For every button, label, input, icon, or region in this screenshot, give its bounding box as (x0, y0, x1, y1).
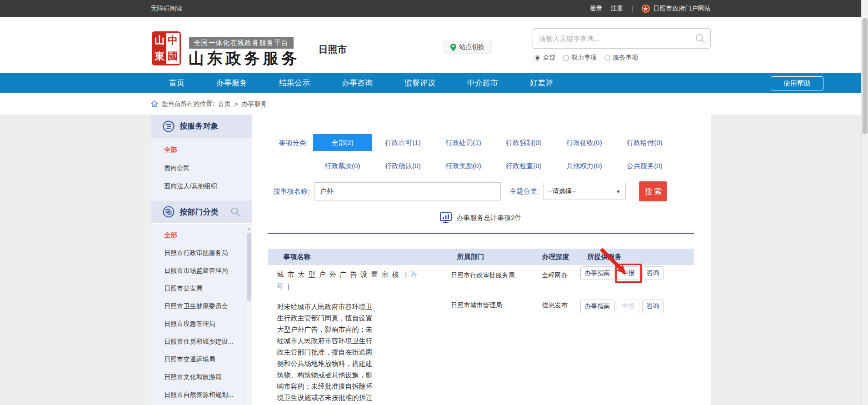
page-scrollbar[interactable] (861, 0, 868, 405)
nav-item-results[interactable]: 结果公示 (279, 78, 310, 88)
seal-char: 中 (166, 33, 180, 49)
breadcrumb-strip: 您当前所在的位置: 首页 > 办事服务 (0, 93, 861, 115)
item-name-label: 按事项名称: (274, 187, 314, 196)
category-pill[interactable]: 行政许可(1) (374, 134, 433, 151)
category-pill[interactable]: 行政检查(0) (494, 157, 554, 174)
item-name-input[interactable] (314, 182, 501, 200)
item-name-link[interactable]: 城市大型户外广告设置审核 (277, 270, 403, 278)
scope-label: 服务事项 (613, 54, 639, 62)
category-pill[interactable]: 公共服务(0) (615, 157, 674, 174)
sidebar-item-dept[interactable]: 日照市交通运输局 (151, 350, 252, 368)
item-name-link[interactable]: 对未经城市人民政府市容环境卫生行政主管部门同意，擅自设置大型户外广告，影响市容的… (277, 301, 376, 405)
breadcrumb: 您当前所在的位置: 首页 > 办事服务 (151, 93, 711, 115)
sidebar-section-title: 按部门分类 (180, 207, 219, 217)
nav-item-services[interactable]: 办事服务 (216, 78, 247, 88)
category-filter: 事项分类: 全部(2) 行政许可(1) 行政处罚(1) 行政强制(0) 行政征收… (268, 134, 694, 174)
service-target-icon (163, 120, 175, 132)
topic-select[interactable]: --请选择-- ▼ (544, 183, 626, 200)
category-pill[interactable]: 行政处罚(1) (434, 134, 493, 151)
category-pill[interactable]: 行政裁决(0) (313, 157, 372, 174)
consult-button[interactable]: 咨询 (642, 266, 664, 280)
table-header-services: 所提供服务 (580, 253, 694, 261)
category-filter-label: 事项分类: (279, 134, 313, 174)
login-link[interactable]: 登录 (590, 5, 603, 13)
page-scrollbar-thumb[interactable] (863, 18, 868, 134)
declare-button[interactable]: 申报 (618, 266, 639, 280)
category-pill-grid: 全部(2) 行政许可(1) 行政处罚(1) 行政强制(0) 行政征收(0) 行政… (313, 134, 674, 174)
nav-item-home[interactable]: 首页 (169, 78, 185, 88)
sidebar-item-dept[interactable]: 日照市应急管理局 (151, 315, 252, 333)
table-header-name: 事项名称 (268, 253, 449, 261)
scope-radio-all[interactable]: 全部 (534, 54, 556, 62)
guide-button[interactable]: 办事指南 (580, 300, 615, 313)
service-buttons: 办事指南 申报 咨询 (580, 297, 694, 405)
guide-button[interactable]: 办事指南 (580, 266, 615, 280)
site-switch-button[interactable]: 站点切换 (444, 41, 492, 54)
category-pill[interactable]: 其他权力(0) (555, 157, 614, 174)
department-list-scrollbar[interactable]: ▲ (247, 225, 252, 405)
sidebar-item-dept[interactable]: 日照市卫生健康委员会 (151, 297, 252, 315)
category-pill[interactable]: 行政强制(0) (494, 134, 554, 151)
chevron-down-icon: ▼ (616, 189, 621, 194)
topic-label: 主题分类: (510, 187, 544, 196)
shandong-seal-logo: 山 中 東 國 (152, 31, 181, 65)
annotated-declare-button-wrap: 申报 (618, 266, 639, 280)
nav-item-rating[interactable]: 好差评 (530, 78, 553, 88)
sidebar-item-citizens[interactable]: 面向公民 (151, 159, 252, 177)
search-scope-radios: 全部 权力事项 服务事项 (534, 54, 639, 62)
breadcrumb-separator: > (234, 100, 238, 108)
category-pill[interactable]: 行政征收(0) (555, 134, 614, 151)
sidebar-item-dept-all[interactable]: 全部 (151, 226, 252, 244)
register-link[interactable]: 注册 (611, 5, 624, 13)
sidebar-item-dept[interactable]: 日照市公安局 (151, 280, 252, 297)
platform-badge: 全国一体化在线政务服务平台 (189, 37, 294, 49)
sidebar-item-dept[interactable]: 日照市自然资源和规划... (151, 386, 252, 404)
sidebar-item-all-targets[interactable]: 全部 (151, 141, 252, 159)
seal-char: 山 (153, 33, 166, 49)
radio-icon (563, 55, 569, 61)
seal-char: 國 (166, 49, 180, 65)
accessibility-link[interactable]: 无障碍阅读 (151, 5, 183, 13)
home-icon (151, 100, 158, 107)
scroll-up-icon[interactable]: ▲ (247, 225, 252, 231)
breadcrumb-current[interactable]: 办事服务 (242, 100, 267, 108)
portal-link[interactable]: ★ 日照市政府门户网站 (642, 5, 711, 13)
nav-item-consult[interactable]: 办事咨询 (342, 78, 373, 88)
category-pill[interactable]: 行政给付(0) (615, 134, 674, 151)
search-button[interactable]: 搜索 (639, 181, 667, 201)
consult-button[interactable]: 咨询 (642, 300, 664, 313)
city-name: 日照市 (319, 43, 347, 56)
sidebar-item-dept[interactable]: 日照市文化和旅游局 (151, 368, 252, 386)
category-pill[interactable]: 行政确认(0) (374, 157, 433, 174)
nav-item-supervision[interactable]: 监督评议 (404, 78, 435, 88)
help-button[interactable]: 使用帮助 (771, 76, 823, 90)
sidebar-item-dept[interactable]: 日照市住房和城乡建设... (151, 333, 252, 350)
scope-radio-service[interactable]: 服务事项 (604, 54, 639, 62)
breadcrumb-home[interactable]: 首页 (218, 100, 230, 108)
content-panel: 按服务对象 全部 面向公民 面向法人/其他组织 按部门分类 (151, 115, 711, 405)
divider-rule (268, 233, 694, 234)
sidebar-item-dept[interactable]: 日照市行政审批服务局 (151, 244, 252, 262)
department-scrollbar-thumb[interactable] (247, 233, 251, 301)
seal-char: 東 (153, 49, 166, 65)
sidebar-item-dept[interactable]: 日照市市场监督管理局 (151, 262, 252, 280)
main-nav: 首页 办事服务 结果公示 办事咨询 监督评议 中介超市 好差评 使用帮助 (0, 73, 861, 93)
sidebar-section-title: 按服务对象 (180, 121, 219, 131)
scope-radio-power[interactable]: 权力事项 (563, 54, 597, 62)
national-emblem-icon: ★ (642, 5, 650, 13)
topic-selected-value: --请选择-- (549, 187, 576, 195)
item-department: 日照市行政审批服务局 (449, 271, 515, 279)
declare-button-disabled: 申报 (618, 300, 639, 313)
search-icon[interactable] (695, 33, 706, 44)
table-header-department: 所属部门 (449, 253, 542, 261)
table-row: 对未经城市人民政府市容环境卫生行政主管部门同意，擅自设置大型户外广告，影响市容的… (268, 297, 694, 405)
page: 无障碍阅读 登录 注册 | ★ 日照市政府门户网站 山 中 東 國 全国一体化在… (0, 0, 861, 405)
category-pill-all[interactable]: 全部(2) (313, 134, 372, 151)
department-search-icon[interactable] (230, 207, 240, 217)
radio-icon (604, 55, 610, 61)
site-title: 山东政务服务 (189, 48, 300, 69)
keyword-search-input[interactable] (533, 35, 695, 42)
sidebar-item-legal-persons[interactable]: 面向法人/其他组织 (151, 177, 252, 195)
category-pill[interactable]: 行政奖励(0) (434, 157, 493, 174)
nav-item-intermediary[interactable]: 中介超市 (467, 78, 498, 88)
